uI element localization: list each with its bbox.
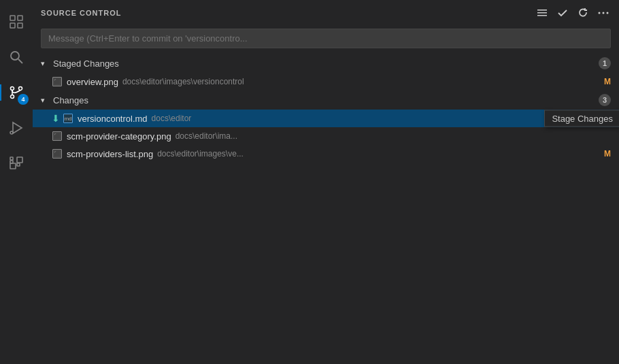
changes-label: Changes [53, 95, 88, 105]
staged-changes-chevron: ▾ [41, 59, 50, 68]
svg-rect-2 [10, 23, 15, 28]
svg-rect-12 [10, 163, 16, 169]
svg-rect-3 [18, 23, 22, 28]
svg-point-21 [603, 12, 605, 14]
more-actions-button[interactable] [596, 5, 611, 20]
branch-list-button[interactable] [535, 5, 550, 20]
commit-message-input[interactable] [41, 29, 611, 48]
svg-marker-10 [13, 122, 22, 133]
file-icon: md [63, 113, 73, 124]
file-name: scm-providers-list.png [67, 149, 153, 159]
file-path: docs\editor\ima... [175, 131, 607, 141]
source-control-title: SOURCE CONTROL [41, 9, 122, 17]
file-status: M [604, 149, 611, 159]
staged-changes-count: 1 [599, 57, 611, 69]
file-name: versioncontrol.md [78, 114, 148, 124]
source-control-icon[interactable]: 4 [0, 76, 33, 109]
file-path: docs\editor\images\ve... [157, 149, 600, 159]
changes-chevron: ▾ [41, 96, 50, 105]
commit-check-button[interactable] [555, 5, 570, 20]
file-status: M [604, 77, 611, 86]
extensions-icon[interactable] [0, 147, 33, 180]
file-name: scm-provider-category.png [67, 131, 171, 142]
explorer-icon[interactable] [0, 5, 33, 38]
refresh-button[interactable] [575, 5, 590, 20]
file-tree: ▾ Staged Changes 1 ⬛ overview.png docs\e… [33, 54, 619, 364]
svg-point-7 [19, 87, 22, 90]
staged-changes-label: Staged Changes [53, 59, 119, 69]
file-path: docs\editor\images\versioncontrol [122, 77, 600, 86]
svg-rect-0 [10, 16, 15, 20]
svg-point-8 [11, 95, 14, 99]
changes-header[interactable]: ▾ Changes 3 [33, 90, 619, 110]
changes-count: 3 [599, 94, 611, 106]
file-row[interactable]: ⬇ md versioncontrol.md docs\editor [33, 110, 619, 127]
activity-bar: 4 [0, 0, 33, 364]
source-control-header: SOURCE CONTROL [33, 0, 619, 26]
source-control-actions [535, 5, 611, 20]
file-icon: ⬛ [52, 148, 63, 159]
file-name: overview.png [67, 77, 118, 87]
source-control-badge: 4 [18, 94, 29, 105]
stage-changes-context-menu[interactable]: Stage Changes [544, 110, 619, 127]
svg-point-6 [11, 87, 14, 90]
svg-rect-13 [17, 157, 22, 163]
commit-message-wrap [41, 29, 611, 48]
search-icon[interactable] [0, 41, 33, 73]
file-icon: ⬛ [52, 76, 63, 87]
file-row[interactable]: ⬛ scm-provider-category.png docs\editor\… [33, 127, 619, 145]
svg-rect-15 [10, 157, 13, 160]
staged-arrow-icon: ⬇ [52, 113, 60, 124]
svg-line-5 [18, 59, 22, 63]
run-debug-icon[interactable] [0, 112, 33, 144]
staged-changes-header[interactable]: ▾ Staged Changes 1 [33, 54, 619, 73]
svg-rect-18 [537, 12, 547, 14]
file-path: docs\editor [152, 114, 555, 123]
svg-point-22 [607, 12, 609, 14]
svg-point-11 [10, 131, 13, 134]
svg-point-4 [11, 52, 19, 60]
svg-rect-14 [17, 163, 20, 166]
svg-rect-17 [537, 10, 547, 11]
file-icon: ⬛ [52, 131, 63, 142]
file-row[interactable]: ⬛ overview.png docs\editor\images\versio… [33, 73, 619, 90]
svg-rect-19 [537, 15, 547, 16]
source-control-panel: SOURCE CONTROL [33, 0, 619, 364]
file-row[interactable]: ⬛ scm-providers-list.png docs\editor\ima… [33, 145, 619, 163]
svg-point-20 [599, 12, 601, 14]
svg-rect-1 [18, 16, 22, 20]
svg-rect-16 [10, 161, 13, 163]
